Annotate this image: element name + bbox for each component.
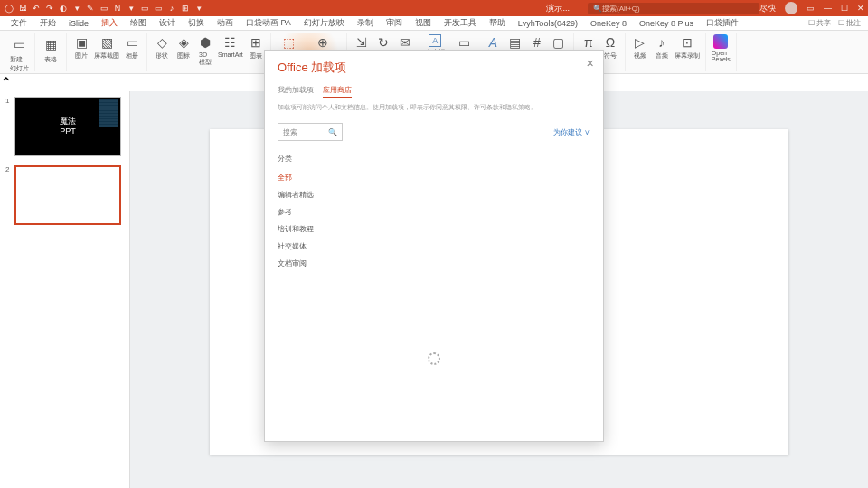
- slide-thumb-1[interactable]: 魔法PPT: [14, 97, 121, 156]
- tab-lvyh[interactable]: LvyhTools(0429): [513, 18, 583, 29]
- search-placeholder: 搜索(Alt+Q): [602, 4, 640, 14]
- share-button[interactable]: ☐ 共享: [808, 18, 831, 28]
- slide-number-button[interactable]: #: [528, 34, 546, 51]
- search-icon: 🔍: [593, 5, 602, 13]
- tab-home[interactable]: 开始: [34, 16, 61, 30]
- tab-slideshow[interactable]: 幻灯片放映: [298, 16, 350, 30]
- tab-insert[interactable]: 插入: [96, 16, 123, 30]
- audio-button[interactable]: ♪音频: [653, 34, 671, 61]
- search-placeholder: 搜索: [283, 127, 297, 137]
- screenshot-button[interactable]: ▧屏幕截图: [94, 34, 119, 61]
- category-item[interactable]: 参考: [278, 203, 590, 221]
- search-icon[interactable]: 🔍: [328, 128, 337, 136]
- table-button[interactable]: ▦表格: [41, 34, 61, 64]
- tab-view[interactable]: 视图: [410, 16, 437, 30]
- tab-pocket[interactable]: 口袋插件: [701, 16, 744, 30]
- autosave-toggle[interactable]: ◯: [4, 3, 14, 14]
- qat-icon[interactable]: ▾: [71, 3, 82, 14]
- tab-file[interactable]: 文件: [5, 16, 33, 30]
- tab-ok8p[interactable]: OneKey 8 Plus: [634, 18, 699, 29]
- ribbon-tabs: 文件 开始 iSlide 插入 绘图 设计 切换 动画 口袋动画 PA 幻灯片放…: [0, 16, 868, 31]
- shapes-button[interactable]: ◇形状: [153, 34, 171, 61]
- comments-button[interactable]: ☐ 批注: [838, 18, 861, 28]
- tab-review[interactable]: 审阅: [381, 16, 408, 30]
- album-button[interactable]: ▭相册: [123, 34, 141, 61]
- close-icon[interactable]: ✕: [586, 58, 594, 70]
- tab-draw[interactable]: 绘图: [125, 16, 152, 30]
- tab-islide[interactable]: iSlide: [63, 18, 94, 29]
- tab-design[interactable]: 设计: [154, 16, 181, 30]
- picture-button[interactable]: ▣图片: [72, 34, 90, 61]
- qat-icon[interactable]: ♪: [166, 3, 177, 14]
- 3d-button[interactable]: ⬢3D模型: [196, 34, 214, 67]
- dialog-tab-store[interactable]: 应用商店: [323, 85, 352, 98]
- tab-record[interactable]: 录制: [352, 16, 379, 30]
- loading-spinner-icon: [428, 352, 440, 365]
- ribbon-mode-icon[interactable]: ▭: [807, 4, 815, 13]
- maximize-icon[interactable]: ☐: [841, 4, 848, 13]
- icons-button[interactable]: ◈图标: [175, 34, 193, 61]
- qat-icon[interactable]: ◐: [58, 3, 69, 14]
- slide-thumb-2[interactable]: [14, 165, 121, 225]
- search-box[interactable]: 🔍 搜索(Alt+Q): [588, 3, 760, 14]
- screen-record-button[interactable]: ⊡屏幕录制: [675, 34, 700, 61]
- tab-transition[interactable]: 切换: [183, 16, 210, 30]
- category-header: 分类: [278, 154, 590, 164]
- video-button[interactable]: ▷视频: [631, 34, 649, 61]
- category-item[interactable]: 社交媒体: [278, 238, 590, 255]
- tab-pa[interactable]: 口袋动画 PA: [241, 16, 297, 30]
- new-slide-button[interactable]: ▭新建幻灯片: [9, 34, 29, 73]
- qat-icon[interactable]: ▭: [99, 3, 109, 14]
- collapse-ribbon-icon[interactable]: ⌃: [0, 75, 12, 90]
- thumb-number: 1: [5, 97, 11, 156]
- thumb-number: 2: [5, 165, 11, 225]
- tab-animation[interactable]: 动画: [212, 16, 239, 30]
- qat-icon[interactable]: ⊞: [180, 3, 191, 14]
- undo-icon[interactable]: ↶: [31, 3, 42, 14]
- category-item[interactable]: 培训和教程: [278, 221, 590, 238]
- category-item[interactable]: 编辑者精选: [278, 186, 590, 203]
- qat-icon[interactable]: ▾: [193, 3, 204, 14]
- qat-icon[interactable]: ▾: [126, 3, 137, 14]
- slide-thumbnails-panel: 1 魔法PPT 2: [0, 91, 130, 488]
- qat-icon[interactable]: ▭: [139, 3, 150, 14]
- save-icon[interactable]: 🖫: [17, 3, 28, 14]
- dialog-note: 加载项可能访问个人和文档信息。使用加载项，即表示你同意其权限、许可条款和隐私策略…: [265, 98, 603, 117]
- qat-icon[interactable]: ▭: [153, 3, 164, 14]
- smartart-button[interactable]: ☷SmartArt: [218, 34, 243, 58]
- category-item[interactable]: 文档审阅: [278, 255, 590, 272]
- redo-icon[interactable]: ↷: [44, 3, 55, 14]
- qat-icon[interactable]: N: [112, 3, 123, 14]
- dialog-title: Office 加载项: [278, 60, 590, 76]
- tab-ok8[interactable]: OneKey 8: [585, 18, 632, 29]
- office-addins-dialog: ✕ Office 加载项 我的加载项 应用商店 加载项可能访问个人和文档信息。使…: [264, 50, 604, 442]
- addins-search-input[interactable]: 搜索 🔍: [278, 123, 343, 141]
- minimize-icon[interactable]: —: [824, 4, 832, 13]
- tab-help[interactable]: 帮助: [484, 16, 511, 30]
- qat-icon[interactable]: ✎: [85, 3, 96, 14]
- pexels-button[interactable]: OpenPexels: [712, 34, 731, 62]
- avatar[interactable]: [785, 2, 797, 14]
- dialog-tab-my-addins[interactable]: 我的加载项: [278, 85, 314, 98]
- chart-button[interactable]: ⊞图表: [247, 34, 265, 61]
- user-label: 尽快: [760, 3, 776, 14]
- document-name: 演示...: [546, 3, 588, 14]
- object-button[interactable]: ▢: [550, 34, 568, 51]
- category-all[interactable]: 全部: [278, 169, 590, 186]
- close-icon[interactable]: ✕: [857, 4, 864, 13]
- date-button[interactable]: ▤: [506, 34, 524, 51]
- tab-dev[interactable]: 开发工具: [439, 16, 482, 30]
- suggest-link[interactable]: 为你建议 ∨: [553, 127, 590, 137]
